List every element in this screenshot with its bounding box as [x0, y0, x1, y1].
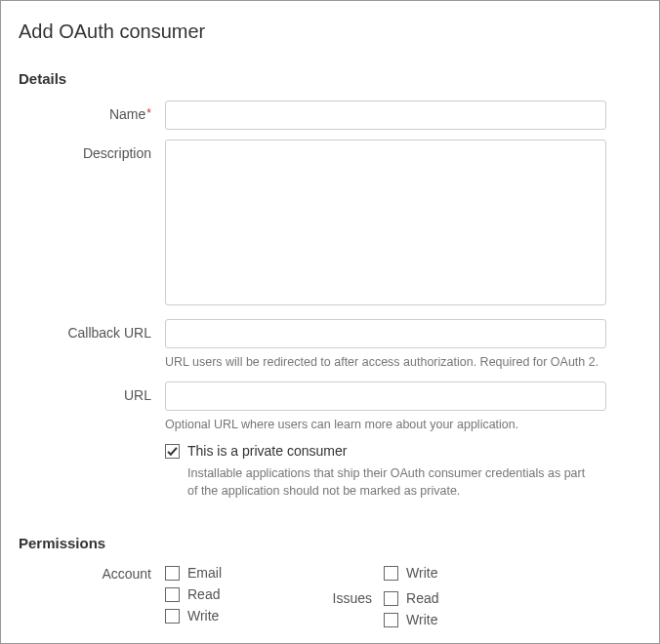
name-label: Name*: [19, 101, 165, 122]
url-hint: Optional URL where users can learn more …: [165, 417, 606, 434]
perm-misc-write-checkbox[interactable]: [384, 566, 398, 581]
private-consumer-checkbox[interactable]: [165, 444, 180, 459]
name-input[interactable]: [165, 101, 606, 130]
required-asterisk: *: [146, 106, 151, 120]
perm-account-read-checkbox[interactable]: [165, 587, 180, 602]
perm-group-account: Email Read Write: [165, 565, 222, 627]
private-consumer-label: This is a private consumer: [187, 443, 347, 459]
url-input[interactable]: [165, 382, 606, 411]
section-details-heading: Details: [19, 70, 641, 87]
perm-misc-write-label: Write: [406, 565, 437, 581]
perm-issues-read-label: Read: [406, 590, 438, 606]
callback-url-input[interactable]: [165, 319, 606, 348]
callback-hint: URL users will be redirected to after ac…: [165, 354, 606, 372]
page-title: Add OAuth consumer: [19, 20, 641, 43]
description-label: Description: [19, 140, 165, 161]
private-consumer-hint: Installable applications that ship their…: [187, 464, 606, 500]
url-label: URL: [19, 382, 165, 403]
perm-account-write-checkbox[interactable]: [165, 609, 180, 624]
perm-account-read-label: Read: [187, 586, 220, 602]
section-permissions-heading: Permissions: [19, 535, 641, 551]
perm-group-issues-label: Issues: [319, 590, 372, 606]
oauth-consumer-panel: Add OAuth consumer Details Name* Descrip…: [0, 0, 660, 644]
perm-issues-read-checkbox[interactable]: [384, 591, 398, 606]
callback-label: Callback URL: [19, 319, 165, 341]
description-textarea[interactable]: [165, 140, 606, 305]
perm-group-account-label: Account: [19, 565, 165, 582]
perm-right-column: Write Issues Read: [319, 565, 438, 627]
perm-account-email-label: Email: [187, 565, 222, 581]
perm-account-email-checkbox[interactable]: [165, 566, 180, 581]
perm-issues-write-label: Write: [406, 612, 437, 627]
perm-issues-write-checkbox[interactable]: [384, 613, 398, 627]
perm-account-write-label: Write: [187, 608, 219, 624]
